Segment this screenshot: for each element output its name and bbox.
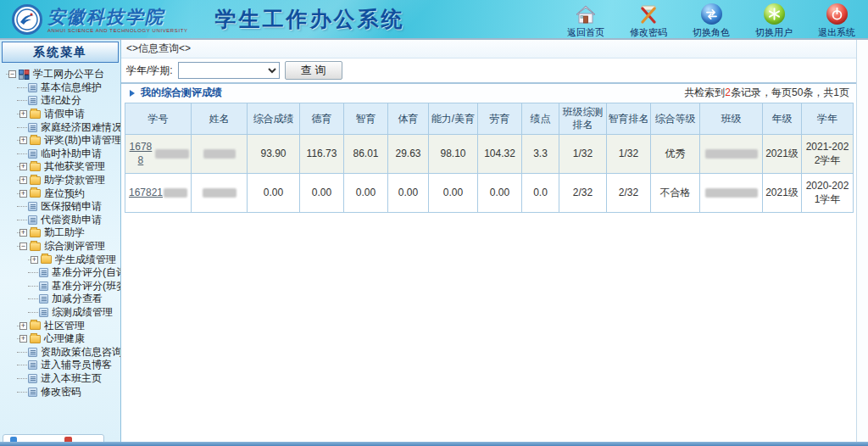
- redaction-block: [164, 188, 187, 198]
- tree-connector: [28, 312, 38, 313]
- nav-item-4[interactable]: 退出系统: [812, 3, 861, 38]
- student-id-link[interactable]: 167821: [129, 187, 187, 200]
- document-icon: [28, 348, 37, 357]
- collapse-minus-icon[interactable]: −: [8, 70, 16, 78]
- sidebar-bottom-toolbar[interactable]: [3, 434, 104, 442]
- document-icon: [28, 149, 37, 159]
- nav-item-label: 切换角色: [687, 26, 736, 38]
- tree-item-7[interactable]: +其他获奖管理: [3, 160, 120, 174]
- table-cell: 0.00: [478, 174, 522, 213]
- column-header-12: 班级: [700, 103, 763, 135]
- tree-item-label: 综测成绩管理: [51, 305, 113, 320]
- tree-item-label: 家庭经济困难情况查看: [40, 120, 121, 135]
- tree-connector: [17, 206, 27, 207]
- expand-plus-icon[interactable]: +: [19, 335, 27, 343]
- query-button[interactable]: 查 询: [285, 61, 342, 80]
- redaction-block: [705, 188, 758, 198]
- university-emblem-icon: [12, 4, 42, 35]
- tree-item-20[interactable]: +心理健康: [3, 332, 120, 346]
- tree-item-6[interactable]: 临时补助申请: [3, 148, 120, 161]
- document-icon: [28, 123, 37, 132]
- tree-item-16[interactable]: 基准分评分(班委): [3, 280, 120, 293]
- folder-icon: [30, 335, 41, 343]
- table-cell: 优秀: [651, 135, 700, 174]
- collapse-minus-icon[interactable]: −: [19, 243, 27, 250]
- tree-item-17[interactable]: 加减分查看: [3, 293, 120, 306]
- tree-item-15[interactable]: 基准分评分(自评): [3, 266, 120, 280]
- results-table: 学号姓名综合成绩德育智育体育能力/美育劳育绩点班级综测排名智育排名综合等级班级年…: [125, 103, 854, 213]
- record-summary-suffix: 条记录，每页50条，共1页: [731, 86, 849, 98]
- tree-item-label: 社区管理: [43, 319, 85, 333]
- table-cell: [192, 135, 248, 174]
- breadcrumb: <>信息查询<>: [121, 40, 856, 59]
- tree-item-label: 违纪处分: [40, 93, 81, 108]
- table-cell: 不合格: [651, 174, 700, 213]
- tree-item-label: 助学贷款管理: [43, 173, 105, 187]
- tree-item-label: 代偿资助申请: [40, 213, 102, 227]
- tree-item-10[interactable]: 医保报销申请: [3, 200, 120, 214]
- folder-icon: [30, 163, 41, 171]
- document-icon: [39, 308, 48, 317]
- nav-item-1[interactable]: 修改密码: [624, 3, 673, 38]
- results-table-wrap: 学号姓名综合成绩德育智育体育能力/美育劳育绩点班级综测排名智育排名综合等级班级年…: [121, 102, 856, 213]
- table-cell: 2/32: [559, 174, 607, 213]
- tree-item-0[interactable]: −学工网办公平台: [3, 68, 120, 81]
- tree-item-13[interactable]: −综合测评管理: [3, 240, 120, 254]
- tree-item-4[interactable]: 家庭经济困难情况查看: [3, 120, 120, 134]
- table-cell: 16788: [125, 135, 192, 174]
- record-summary: 共检索到2条记录，每页50条，共1页: [684, 86, 849, 100]
- tree-item-8[interactable]: +助学贷款管理: [3, 174, 120, 187]
- tree-item-21[interactable]: 资助政策信息咨询: [3, 345, 120, 359]
- expand-plus-icon[interactable]: +: [19, 176, 27, 184]
- expand-plus-icon[interactable]: +: [19, 137, 27, 144]
- table-cell: 0.0: [522, 174, 559, 213]
- nav-item-2[interactable]: 切换角色: [687, 3, 736, 38]
- table-cell: 167821: [125, 174, 192, 213]
- table-body: 1678893.90116.7386.0129.6398.10104.323.3…: [125, 135, 854, 213]
- expand-plus-icon[interactable]: +: [31, 256, 38, 264]
- table-cell: 0.00: [248, 174, 300, 213]
- tree-item-19[interactable]: +社区管理: [3, 319, 120, 332]
- document-icon: [28, 387, 37, 397]
- tree-item-23[interactable]: 进入本班主页: [3, 372, 120, 386]
- main-content: <>信息查询<> 学年/学期: 查 询 我的综合测评成绩 共检索到2条记录，每页…: [121, 40, 856, 442]
- student-id-link[interactable]: 16788: [127, 141, 189, 167]
- nav-item-3[interactable]: 切换用户: [749, 3, 798, 38]
- tree-item-11[interactable]: 代偿资助申请: [3, 214, 120, 227]
- tree-item-label: 加减分查看: [51, 292, 103, 306]
- tree-item-14[interactable]: +学生成绩管理: [3, 253, 120, 266]
- tree-item-label: 请假申请: [43, 107, 85, 121]
- table-cell: 29.63: [388, 135, 429, 174]
- sidebar-bottom-blue-icon[interactable]: [10, 437, 17, 442]
- column-header-4: 智育: [344, 103, 388, 135]
- table-cell: 3.3: [522, 135, 559, 174]
- tree-item-label: 临时补助申请: [40, 147, 102, 161]
- table-cell: 2/32: [607, 174, 651, 213]
- tree-item-1[interactable]: 基本信息维护: [3, 81, 120, 95]
- expand-plus-icon[interactable]: +: [19, 163, 27, 170]
- tree-connector: [17, 100, 27, 101]
- expand-plus-icon[interactable]: +: [19, 190, 27, 198]
- column-header-7: 劳育: [478, 103, 522, 135]
- table-cell: 0.00: [429, 174, 478, 213]
- tree-item-18[interactable]: 综测成绩管理: [3, 306, 120, 320]
- expand-plus-icon[interactable]: +: [19, 322, 27, 330]
- sidebar-bottom-red-icon[interactable]: [64, 437, 72, 442]
- term-select[interactable]: [178, 62, 280, 79]
- tree-item-3[interactable]: +请假申请: [3, 108, 120, 121]
- switch-user-icon: [763, 3, 785, 25]
- table-header-row: 学号姓名综合成绩德育智育体育能力/美育劳育绩点班级综测排名智育排名综合等级班级年…: [125, 103, 854, 135]
- tree-connector: [28, 298, 38, 299]
- expand-plus-icon[interactable]: +: [19, 229, 27, 237]
- nav-item-0[interactable]: 返回首页: [561, 3, 610, 38]
- tree-item-2[interactable]: 违纪处分: [3, 94, 120, 108]
- folder-icon: [30, 110, 41, 119]
- switch-role-icon: [700, 3, 722, 25]
- tree-item-24[interactable]: 修改密码: [3, 385, 120, 399]
- expand-plus-icon[interactable]: +: [19, 110, 27, 118]
- tree-item-12[interactable]: +勤工助学: [3, 226, 120, 240]
- vertical-scrollbar-track[interactable]: [856, 40, 868, 442]
- tree-item-22[interactable]: 进入辅导员博客: [3, 359, 120, 372]
- tree-item-5[interactable]: +评奖(助)申请管理: [3, 134, 120, 148]
- tree-item-9[interactable]: +座位预约: [3, 187, 120, 200]
